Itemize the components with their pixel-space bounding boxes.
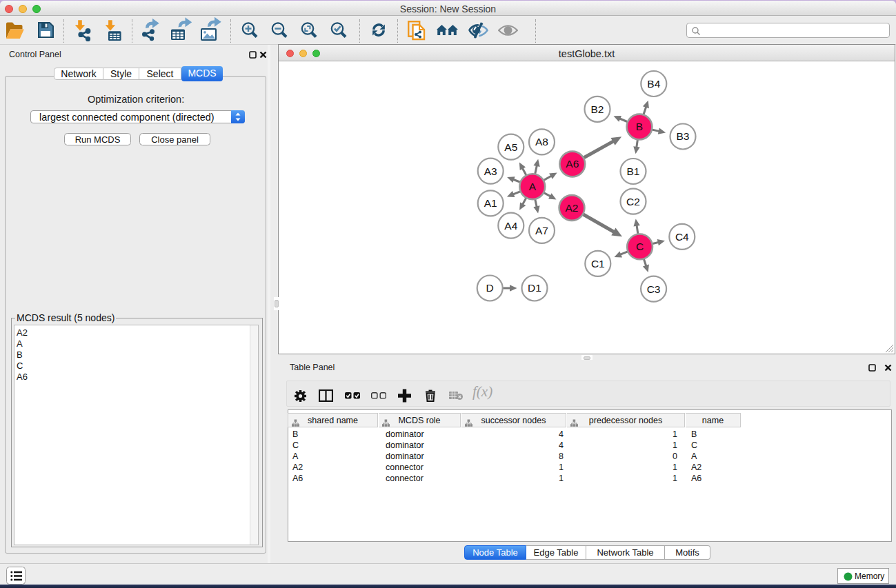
svg-text:D1: D1 [528,282,541,294]
svg-text:A7: A7 [535,225,548,236]
svg-text:A1: A1 [484,197,497,209]
svg-text:C2: C2 [626,196,640,207]
svg-text:B4: B4 [647,78,660,90]
svg-text:C1: C1 [591,258,605,270]
svg-text:A4: A4 [504,220,517,232]
svg-text:B3: B3 [677,130,690,142]
svg-text:B2: B2 [591,103,604,115]
svg-text:D: D [486,282,494,294]
svg-text:A3: A3 [484,165,497,177]
svg-text:C3: C3 [647,283,661,295]
svg-text:A: A [529,181,537,192]
svg-text:A5: A5 [504,141,517,153]
svg-text:C: C [636,241,644,252]
svg-text:B: B [636,121,643,132]
svg-text:A2: A2 [566,202,579,214]
svg-text:A6: A6 [566,158,579,170]
svg-text:B1: B1 [627,165,640,177]
svg-text:A8: A8 [535,136,548,148]
svg-text:C4: C4 [675,231,689,243]
